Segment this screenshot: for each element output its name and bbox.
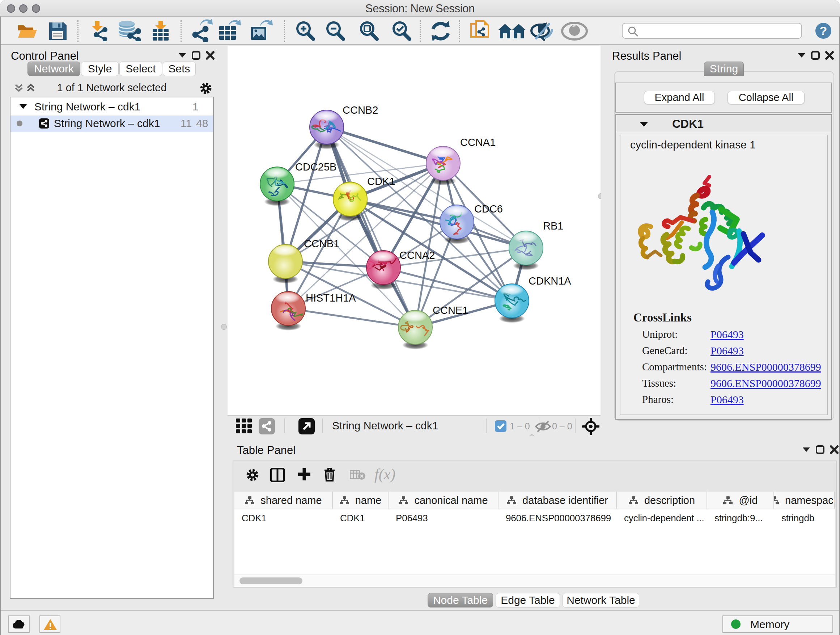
svg-text:CCNB2: CCNB2 bbox=[343, 104, 378, 116]
svg-text:CDC25B: CDC25B bbox=[295, 161, 336, 173]
svg-text:CCNE1: CCNE1 bbox=[433, 304, 468, 316]
svg-text:CDC6: CDC6 bbox=[474, 203, 503, 215]
svg-text:CCNB1: CCNB1 bbox=[304, 238, 339, 249]
svg-text:CCNA1: CCNA1 bbox=[460, 136, 496, 148]
svg-text:CDK1: CDK1 bbox=[367, 176, 395, 187]
svg-text:RB1: RB1 bbox=[543, 220, 563, 232]
svg-text:CCNA2: CCNA2 bbox=[399, 249, 435, 261]
svg-text:CDKN1A: CDKN1A bbox=[529, 275, 571, 287]
svg-text:HIST1H1A: HIST1H1A bbox=[306, 292, 356, 304]
